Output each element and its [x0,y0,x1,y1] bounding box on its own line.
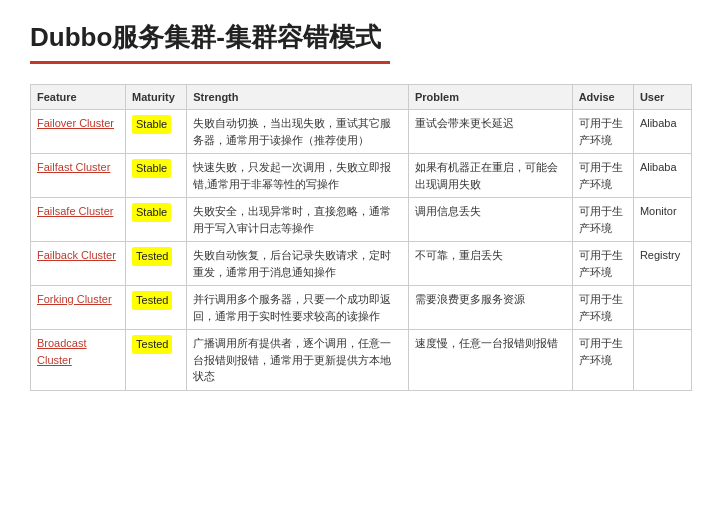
cell-feature: Failfast Cluster [31,154,126,198]
cell-problem: 调用信息丢失 [409,198,573,242]
maturity-badge: Stable [132,159,171,178]
cell-maturity: Tested [126,330,187,391]
title-underline [30,61,390,64]
cell-problem: 速度慢，任意一台报错则报错 [409,330,573,391]
maturity-badge: Stable [132,203,171,222]
cell-problem: 重试会带来更长延迟 [409,110,573,154]
table-row: Failsafe ClusterStable失败安全，出现异常时，直接忽略，通常… [31,198,692,242]
table-row: Broadcast ClusterTested广播调用所有提供者，逐个调用，任意… [31,330,692,391]
table-row: Forking ClusterTested并行调用多个服务器，只要一个成功即返回… [31,286,692,330]
cell-user: Monitor [633,198,691,242]
feature-link[interactable]: Forking Cluster [37,293,112,305]
table-header-row: Feature Maturity Strength Problem Advise… [31,85,692,110]
cell-maturity: Tested [126,286,187,330]
table-row: Failback ClusterTested失败自动恢复，后台记录失败请求，定时… [31,242,692,286]
cell-advise: 可用于生产环境 [572,330,633,391]
cell-strength: 失败自动切换，当出现失败，重试其它服务器，通常用于读操作（推荐使用） [187,110,409,154]
cell-advise: 可用于生产环境 [572,286,633,330]
header-strength: Strength [187,85,409,110]
page-title: Dubbo服务集群-集群容错模式 [30,20,692,55]
feature-link[interactable]: Failfast Cluster [37,161,110,173]
cell-maturity: Stable [126,154,187,198]
cell-problem: 如果有机器正在重启，可能会出现调用失败 [409,154,573,198]
cell-strength: 快速失败，只发起一次调用，失败立即报错,通常用于非幂等性的写操作 [187,154,409,198]
maturity-badge: Tested [132,335,172,354]
cell-feature: Failsafe Cluster [31,198,126,242]
header-maturity: Maturity [126,85,187,110]
cell-feature: Failover Cluster [31,110,126,154]
cell-advise: 可用于生产环境 [572,242,633,286]
cell-user [633,286,691,330]
table-row: Failover ClusterStable失败自动切换，当出现失败，重试其它服… [31,110,692,154]
cell-user: Alibaba [633,110,691,154]
header-feature: Feature [31,85,126,110]
cell-user: Registry [633,242,691,286]
cell-maturity: Stable [126,110,187,154]
cell-strength: 广播调用所有提供者，逐个调用，任意一台报错则报错，通常用于更新提供方本地状态 [187,330,409,391]
cell-advise: 可用于生产环境 [572,198,633,242]
feature-link[interactable]: Failover Cluster [37,117,114,129]
cell-maturity: Tested [126,242,187,286]
maturity-badge: Tested [132,247,172,266]
cell-advise: 可用于生产环境 [572,110,633,154]
cell-advise: 可用于生产环境 [572,154,633,198]
feature-link[interactable]: Failback Cluster [37,249,116,261]
feature-link[interactable]: Failsafe Cluster [37,205,113,217]
cell-feature: Forking Cluster [31,286,126,330]
header-user: User [633,85,691,110]
cell-strength: 失败安全，出现异常时，直接忽略，通常用于写入审计日志等操作 [187,198,409,242]
cell-user [633,330,691,391]
cell-problem: 不可靠，重启丢失 [409,242,573,286]
header-problem: Problem [409,85,573,110]
cell-feature: Failback Cluster [31,242,126,286]
maturity-badge: Tested [132,291,172,310]
cluster-table: Feature Maturity Strength Problem Advise… [30,84,692,391]
cell-user: Alibaba [633,154,691,198]
cell-problem: 需要浪费更多服务资源 [409,286,573,330]
cell-strength: 失败自动恢复，后台记录失败请求，定时重发，通常用于消息通知操作 [187,242,409,286]
maturity-badge: Stable [132,115,171,134]
feature-link[interactable]: Broadcast Cluster [37,337,87,366]
table-row: Failfast ClusterStable快速失败，只发起一次调用，失败立即报… [31,154,692,198]
cell-strength: 并行调用多个服务器，只要一个成功即返回，通常用于实时性要求较高的读操作 [187,286,409,330]
header-advise: Advise [572,85,633,110]
cell-maturity: Stable [126,198,187,242]
cell-feature: Broadcast Cluster [31,330,126,391]
